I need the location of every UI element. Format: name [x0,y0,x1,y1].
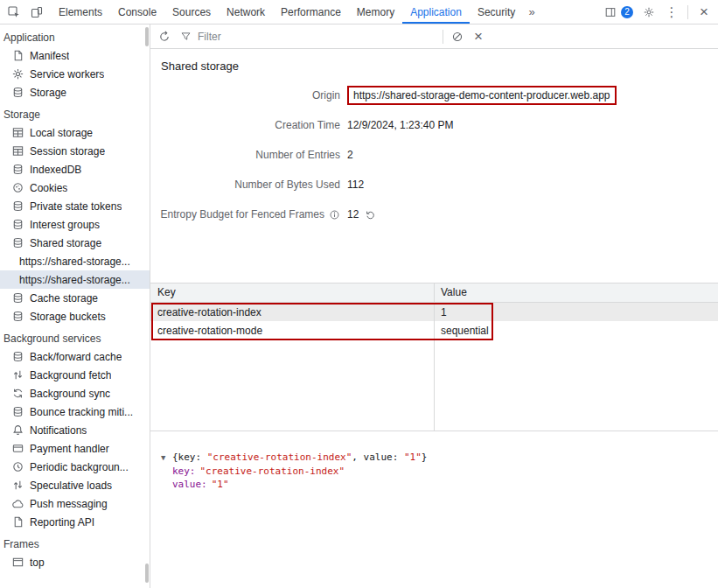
sidebar-item-storage-buckets[interactable]: Storage buckets [0,307,150,326]
tab-application[interactable]: Application [402,0,470,24]
panel-icon [603,2,618,23]
document-icon [11,515,24,528]
refresh-icon[interactable] [154,26,175,47]
field-row-origin: Origin https://shared-storage-demo-conte… [150,87,718,104]
property-value: "creative-rotation-index" [200,466,345,477]
sidebar-item-shared-storage-origin-1[interactable]: https://shared-storage... [0,252,150,270]
sync-arrows-icon [11,387,24,400]
sidebar-section-background-services[interactable]: Background services [0,329,150,347]
shared-storage-toolbar: × [150,24,718,49]
gear-icon [11,67,24,80]
sidebar-item-cache-storage[interactable]: Cache storage [0,289,150,307]
tab-bar-right-icons: 2 ⋮ × [599,0,718,24]
preview-summary-line: ▼{key: "creative-rotation-index", value:… [161,451,718,465]
table-icon [11,144,24,158]
database-icon [11,236,24,249]
field-label: Creation Time [150,119,340,131]
sidebar-item-storage[interactable]: Storage [0,83,150,102]
sidebar-item-periodic-background-sync[interactable]: Periodic backgroun... [0,458,150,476]
sidebar-section-application[interactable]: Application [0,28,150,46]
field-row-creation-time: Creation Time 12/9/2024, 1:23:40 PM [150,116,718,134]
sidebar-section-storage[interactable]: Storage [0,105,150,123]
kebab-menu-icon[interactable]: ⋮ [661,2,682,23]
sidebar-item-payment-handler[interactable]: Payment handler [0,439,150,458]
column-resize-divider[interactable] [434,284,435,430]
tab-sources[interactable]: Sources [164,0,219,24]
sidebar-item-shared-storage[interactable]: Shared storage [0,234,150,252]
database-icon [11,405,24,418]
issues-button[interactable]: 2 [599,2,637,23]
database-icon [11,200,24,213]
cell-value: 1 [434,306,718,318]
sidebar-section-frames[interactable]: Frames [0,535,150,553]
sidebar-item-background-sync[interactable]: Background sync [0,384,150,402]
reset-budget-icon[interactable] [365,209,376,220]
sidebar-item-private-state-tokens[interactable]: Private state tokens [0,197,150,215]
entry-preview-pane: ▼{key: "creative-rotation-index", value:… [150,431,718,588]
tab-bar-left-icons [0,0,51,24]
sidebar-item-service-workers[interactable]: Service workers [0,65,150,83]
creation-time-value: 12/9/2024, 1:23:40 PM [347,119,453,131]
disclosure-triangle-icon[interactable]: ▼ [161,452,172,465]
property-name: key: [172,466,196,477]
settings-gear-icon[interactable] [638,2,659,23]
clock-icon [11,460,24,473]
up-down-arrows-icon [11,479,24,492]
more-tabs-icon[interactable]: » [523,0,540,24]
sidebar-item-local-storage[interactable]: Local storage [0,123,150,142]
sidebar-item-shared-storage-origin-2[interactable]: https://shared-storage... [0,270,150,289]
sidebar-item-back-forward-cache[interactable]: Back/forward cache [0,347,150,366]
entropy-budget-value: 12 [347,208,359,220]
close-devtools-icon[interactable]: × [694,2,715,23]
sidebar-item-push-messaging[interactable]: Push messaging [0,494,150,513]
origin-value annotation-box: https://shared-storage-demo-content-prod… [347,86,617,105]
tab-security[interactable]: Security [470,0,523,24]
funnel-filter-icon [180,31,192,42]
sidebar-item-manifest[interactable]: Manifest [0,46,150,65]
shared-storage-view: × Shared storage Origin https://shared-s… [150,24,718,588]
scrollbar-thumb[interactable] [145,27,149,46]
sidebar-item-reporting-api[interactable]: Reporting API [0,513,150,531]
up-down-arrows-icon [11,368,24,382]
table-icon [11,126,24,139]
tab-network[interactable]: Network [219,0,273,24]
sidebar-item-background-fetch[interactable]: Background fetch [0,366,150,384]
sidebar-item-bounce-tracking[interactable]: Bounce tracking miti... [0,402,150,421]
devtools-tab-bar: Elements Console Sources Network Perform… [0,0,718,24]
inspect-element-icon[interactable] [3,2,24,23]
database-icon [11,163,24,176]
delete-selected-icon[interactable]: × [468,26,489,47]
device-toolbar-icon[interactable] [26,2,47,23]
field-label: Number of Entries [150,149,340,161]
bell-icon [11,424,24,437]
tab-memory[interactable]: Memory [349,0,402,24]
sidebar-item-indexeddb[interactable]: IndexedDB [0,160,150,178]
sidebar-item-cookies[interactable]: Cookies [0,178,150,197]
sidebar-item-notifications[interactable]: Notifications [0,421,150,439]
toolbar-divider [443,30,443,44]
property-value: "1" [212,479,229,490]
filter-input[interactable] [196,30,406,44]
column-header-value[interactable]: Value [434,284,718,302]
sidebar-item-interest-groups[interactable]: Interest groups [0,215,150,234]
field-label: Number of Bytes Used [150,178,340,191]
tab-elements[interactable]: Elements [51,0,110,24]
payment-card-icon [11,442,24,455]
shared-storage-items-table: Key Value creative-rotation-index 1 crea… [150,283,718,431]
sidebar-item-session-storage[interactable]: Session storage [0,142,150,160]
tab-bar-spacer [540,0,599,24]
filter-box [180,30,439,44]
info-icon[interactable] [329,209,340,220]
sidebar-item-top-frame[interactable]: top [0,553,150,571]
sidebar-item-speculative-loads[interactable]: Speculative loads [0,476,150,494]
cell-key: creative-rotation-mode [150,325,434,337]
page-title: Shared storage [161,60,718,73]
scrollbar-thumb[interactable] [145,564,149,583]
cell-key: creative-rotation-index [150,306,434,318]
tab-performance[interactable]: Performance [273,0,349,24]
column-header-key[interactable]: Key [150,284,434,302]
preview-property-line: value:"1" [172,478,718,491]
clear-all-icon[interactable] [447,26,468,47]
tab-console[interactable]: Console [110,0,164,24]
database-icon [11,350,24,363]
